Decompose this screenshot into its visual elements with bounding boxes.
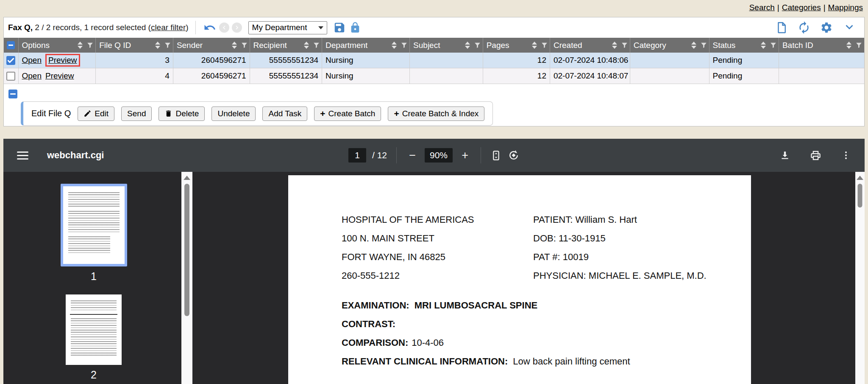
filter-icon[interactable]	[770, 42, 777, 49]
filter-icon[interactable]	[855, 42, 862, 49]
edit-button[interactable]: Edit	[78, 107, 114, 121]
filter-icon[interactable]	[86, 42, 94, 49]
thumbnail-page-2[interactable]	[66, 294, 122, 365]
select-all-checkbox[interactable]	[7, 41, 15, 49]
pencil-icon	[83, 109, 92, 118]
edit-file-q-label: Edit File Q	[31, 109, 71, 118]
filter-icon[interactable]	[241, 42, 248, 49]
sort-icon[interactable]	[155, 42, 160, 49]
sort-icon[interactable]	[232, 42, 237, 49]
header-cell-subject: Subject	[410, 38, 483, 53]
zoom-in-icon[interactable]: +	[459, 149, 471, 162]
scroll-up-arrow[interactable]	[184, 176, 190, 180]
row-checkbox-unchecked[interactable]	[6, 72, 15, 81]
thumbnail-label: 2	[91, 369, 97, 381]
sort-icon[interactable]	[78, 42, 83, 49]
screen: Search|Categories|Mappings Fax Q, 2 / 2 …	[0, 0, 868, 384]
filter-icon[interactable]	[164, 42, 171, 49]
sort-icon[interactable]	[846, 42, 851, 49]
categories-link[interactable]: Categories	[782, 3, 821, 12]
create-batch-index-button[interactable]: + Create Batch & Index	[388, 107, 484, 121]
rotate-icon[interactable]	[508, 149, 520, 161]
print-icon[interactable]	[810, 150, 821, 161]
cell-recipient: 55555551234	[250, 68, 323, 84]
facility-line: 100 N. MAIN STREET	[342, 233, 533, 244]
thumbnail-list: 1 2	[58, 184, 129, 381]
sort-icon[interactable]	[304, 42, 309, 49]
filter-icon[interactable]	[474, 42, 481, 49]
column-label: Created	[554, 41, 612, 50]
facility-line: HOSPITAL OF THE AMERICAS	[342, 214, 533, 225]
collapse-chevron-icon[interactable]	[842, 20, 857, 35]
clinical-label: RELEVANT CLINICAL INFORMATION:	[342, 356, 508, 367]
thumbnail-rule	[70, 314, 117, 315]
sort-icon[interactable]	[392, 42, 397, 49]
filter-icon[interactable]	[541, 42, 548, 49]
header-cell-category: Category	[630, 38, 709, 53]
department-select-value: My Department	[252, 23, 318, 32]
cell-created: 02-07-2024 10:48:06	[550, 53, 630, 68]
sort-icon[interactable]	[612, 42, 617, 49]
filter-icon[interactable]	[621, 42, 628, 49]
more-options-icon[interactable]	[841, 150, 851, 160]
nav-forward-icon[interactable]	[232, 22, 242, 33]
mappings-link[interactable]: Mappings	[828, 3, 863, 12]
new-document-icon[interactable]	[775, 21, 788, 34]
header-cell-status: Status	[709, 38, 779, 53]
scroll-up-arrow[interactable]	[857, 176, 863, 180]
open-link[interactable]: Open	[22, 56, 42, 65]
cell-subject	[410, 53, 483, 68]
scrollbar-thumb[interactable]	[184, 184, 189, 316]
filter-icon[interactable]	[313, 42, 320, 49]
clear-filter-link[interactable]: clear filter	[151, 23, 186, 32]
search-link[interactable]: Search	[749, 3, 775, 12]
page-number-input[interactable]	[348, 148, 366, 163]
column-label: Batch ID	[782, 41, 846, 50]
sort-icon[interactable]	[532, 42, 537, 49]
column-label: Category	[634, 41, 691, 50]
lock-icon[interactable]	[349, 22, 361, 34]
gear-icon[interactable]	[820, 21, 833, 34]
thumbnail-page-1[interactable]	[61, 184, 127, 266]
sort-icon[interactable]	[691, 42, 696, 49]
menu-icon[interactable]	[17, 151, 28, 160]
department-select[interactable]: My Department	[248, 21, 327, 34]
zoom-out-icon[interactable]: −	[406, 149, 419, 162]
header-cell-batch-id: Batch ID	[779, 38, 864, 53]
cell-pages: 12	[483, 68, 550, 84]
select-all-footer-checkbox[interactable]	[8, 90, 17, 98]
open-link[interactable]: Open	[22, 71, 42, 81]
pdf-viewer: webchart.cgi / 12 − 90% +	[3, 139, 865, 384]
document-text: HOSPITAL OF THE AMERICAS PATIENT: Willia…	[288, 175, 751, 367]
pdf-toolbar-right	[779, 150, 851, 161]
filter-icon[interactable]	[401, 42, 408, 49]
add-task-button[interactable]: Add Task	[262, 107, 307, 121]
nav-back-icon[interactable]	[219, 22, 229, 33]
column-label: Options	[22, 41, 78, 50]
download-icon[interactable]	[779, 150, 790, 161]
document-area: HOSPITAL OF THE AMERICAS PATIENT: Willia…	[192, 172, 865, 384]
fit-to-page-icon[interactable]	[490, 150, 502, 161]
delete-button[interactable]: Delete	[159, 107, 205, 121]
scrollbar-thumb[interactable]	[858, 184, 862, 207]
thumbnail-text-lines	[68, 211, 120, 233]
save-icon[interactable]	[333, 21, 346, 34]
sidebar-scrollbar[interactable]	[181, 172, 192, 384]
refresh-icon[interactable]	[797, 21, 811, 34]
undelete-button[interactable]: Undelete	[211, 107, 256, 121]
header-cell-select	[4, 38, 19, 53]
row-checkbox-checked[interactable]	[6, 56, 15, 65]
undo-icon[interactable]	[203, 21, 216, 34]
comparison-value: 10-4-06	[412, 337, 444, 348]
toolbar-separator	[481, 147, 481, 163]
filter-icon[interactable]	[700, 42, 707, 49]
sort-icon[interactable]	[465, 42, 470, 49]
send-button[interactable]: Send	[121, 107, 152, 121]
create-batch-button[interactable]: + Create Batch	[314, 107, 381, 121]
comparison-label: COMPARISON:	[342, 337, 408, 348]
thumbnail-sidebar: 1 2	[3, 172, 192, 384]
document-scrollbar[interactable]	[855, 172, 865, 384]
sort-icon[interactable]	[761, 42, 766, 49]
preview-link[interactable]: Preview	[48, 56, 77, 65]
preview-link[interactable]: Preview	[45, 71, 74, 81]
